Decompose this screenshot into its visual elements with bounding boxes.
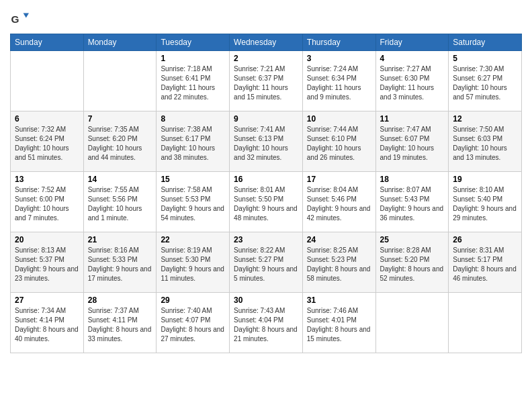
day-info: Sunrise: 7:32 AM Sunset: 6:24 PM Dayligh… — [15, 125, 79, 163]
calendar-cell — [375, 293, 449, 353]
day-info: Sunrise: 8:01 AM Sunset: 5:50 PM Dayligh… — [234, 185, 298, 223]
day-number: 16 — [234, 175, 298, 184]
header-cell: Monday — [83, 34, 157, 51]
day-info: Sunrise: 7:21 AM Sunset: 6:37 PM Dayligh… — [234, 64, 298, 102]
calendar-header: SundayMondayTuesdayWednesdayThursdayFrid… — [11, 34, 522, 51]
day-number: 7 — [88, 114, 152, 124]
calendar-week-row: 6Sunrise: 7:32 AM Sunset: 6:24 PM Daylig… — [11, 111, 522, 172]
day-info: Sunrise: 8:19 AM Sunset: 5:30 PM Dayligh… — [161, 246, 225, 283]
day-number: 24 — [307, 235, 371, 244]
day-number: 5 — [453, 54, 517, 63]
calendar-cell: 28Sunrise: 7:37 AM Sunset: 4:11 PM Dayli… — [83, 293, 157, 353]
calendar-week-row: 27Sunrise: 7:34 AM Sunset: 4:14 PM Dayli… — [11, 293, 522, 353]
calendar-body: 1Sunrise: 7:18 AM Sunset: 6:41 PM Daylig… — [11, 51, 522, 353]
day-number: 18 — [380, 175, 445, 184]
svg-marker-1 — [24, 13, 29, 18]
header-cell: Thursday — [302, 34, 375, 51]
day-number: 2 — [234, 54, 298, 63]
day-info: Sunrise: 7:52 AM Sunset: 6:00 PM Dayligh… — [15, 185, 79, 223]
day-info: Sunrise: 7:41 AM Sunset: 6:13 PM Dayligh… — [234, 125, 298, 163]
calendar-cell: 26Sunrise: 8:31 AM Sunset: 5:17 PM Dayli… — [449, 232, 522, 293]
day-info: Sunrise: 7:40 AM Sunset: 4:07 PM Dayligh… — [161, 306, 225, 344]
day-info: Sunrise: 7:38 AM Sunset: 6:17 PM Dayligh… — [161, 125, 225, 163]
day-number: 23 — [234, 235, 298, 244]
calendar-cell: 5Sunrise: 7:30 AM Sunset: 6:27 PM Daylig… — [449, 51, 522, 111]
calendar-week-row: 1Sunrise: 7:18 AM Sunset: 6:41 PM Daylig… — [11, 51, 522, 111]
day-info: Sunrise: 7:30 AM Sunset: 6:27 PM Dayligh… — [453, 64, 517, 102]
day-number: 31 — [307, 295, 371, 305]
calendar-cell — [83, 51, 157, 111]
day-info: Sunrise: 8:13 AM Sunset: 5:37 PM Dayligh… — [15, 246, 79, 283]
header-cell: Tuesday — [157, 34, 230, 51]
calendar-cell: 6Sunrise: 7:32 AM Sunset: 6:24 PM Daylig… — [11, 111, 84, 172]
calendar-cell: 19Sunrise: 8:10 AM Sunset: 5:40 PM Dayli… — [449, 172, 522, 232]
calendar-cell: 8Sunrise: 7:38 AM Sunset: 6:17 PM Daylig… — [157, 111, 230, 172]
day-number: 19 — [453, 175, 517, 184]
day-info: Sunrise: 8:16 AM Sunset: 5:33 PM Dayligh… — [88, 246, 152, 283]
day-info: Sunrise: 7:27 AM Sunset: 6:30 PM Dayligh… — [380, 64, 445, 102]
day-info: Sunrise: 7:24 AM Sunset: 6:34 PM Dayligh… — [307, 64, 371, 102]
day-number: 22 — [161, 235, 225, 244]
calendar-cell: 17Sunrise: 8:04 AM Sunset: 5:46 PM Dayli… — [302, 172, 375, 232]
day-number: 26 — [453, 235, 517, 244]
header-cell: Saturday — [449, 34, 522, 51]
day-number: 25 — [380, 235, 445, 244]
day-number: 12 — [453, 114, 517, 124]
day-number: 10 — [307, 114, 371, 124]
calendar-cell: 20Sunrise: 8:13 AM Sunset: 5:37 PM Dayli… — [11, 232, 84, 293]
day-info: Sunrise: 8:07 AM Sunset: 5:43 PM Dayligh… — [380, 185, 445, 223]
calendar-cell: 4Sunrise: 7:27 AM Sunset: 6:30 PM Daylig… — [375, 51, 449, 111]
day-info: Sunrise: 7:46 AM Sunset: 4:01 PM Dayligh… — [307, 306, 371, 344]
header-row: SundayMondayTuesdayWednesdayThursdayFrid… — [11, 34, 522, 51]
day-info: Sunrise: 7:35 AM Sunset: 6:20 PM Dayligh… — [88, 125, 152, 163]
day-number: 9 — [234, 114, 298, 124]
calendar-cell: 13Sunrise: 7:52 AM Sunset: 6:00 PM Dayli… — [11, 172, 84, 232]
header-cell: Wednesday — [230, 34, 303, 51]
day-number: 11 — [380, 114, 445, 124]
header-cell: Friday — [375, 34, 449, 51]
calendar-cell: 7Sunrise: 7:35 AM Sunset: 6:20 PM Daylig… — [83, 111, 157, 172]
calendar-cell: 2Sunrise: 7:21 AM Sunset: 6:37 PM Daylig… — [230, 51, 303, 111]
calendar-cell — [11, 51, 84, 111]
day-number: 13 — [15, 175, 79, 184]
day-number: 30 — [234, 295, 298, 305]
calendar-cell: 30Sunrise: 7:43 AM Sunset: 4:04 PM Dayli… — [230, 293, 303, 353]
calendar-table: SundayMondayTuesdayWednesdayThursdayFrid… — [10, 34, 522, 353]
calendar-cell: 11Sunrise: 7:47 AM Sunset: 6:07 PM Dayli… — [375, 111, 449, 172]
day-info: Sunrise: 8:25 AM Sunset: 5:23 PM Dayligh… — [307, 246, 371, 283]
day-info: Sunrise: 7:55 AM Sunset: 5:56 PM Dayligh… — [88, 185, 152, 223]
day-info: Sunrise: 7:43 AM Sunset: 4:04 PM Dayligh… — [234, 306, 298, 344]
day-number: 15 — [161, 175, 225, 184]
day-number: 17 — [307, 175, 371, 184]
day-number: 3 — [307, 54, 371, 63]
calendar-cell: 31Sunrise: 7:46 AM Sunset: 4:01 PM Dayli… — [302, 293, 375, 353]
calendar-cell: 10Sunrise: 7:44 AM Sunset: 6:10 PM Dayli… — [302, 111, 375, 172]
day-number: 20 — [15, 235, 79, 244]
logo-icon: G — [10, 9, 29, 28]
calendar-week-row: 20Sunrise: 8:13 AM Sunset: 5:37 PM Dayli… — [11, 232, 522, 293]
calendar-cell: 27Sunrise: 7:34 AM Sunset: 4:14 PM Dayli… — [11, 293, 84, 353]
day-number: 14 — [88, 175, 152, 184]
calendar-cell: 21Sunrise: 8:16 AM Sunset: 5:33 PM Dayli… — [83, 232, 157, 293]
header-cell: Sunday — [11, 34, 84, 51]
day-info: Sunrise: 7:18 AM Sunset: 6:41 PM Dayligh… — [161, 64, 225, 102]
calendar-cell: 14Sunrise: 7:55 AM Sunset: 5:56 PM Dayli… — [83, 172, 157, 232]
calendar-cell: 12Sunrise: 7:50 AM Sunset: 6:03 PM Dayli… — [449, 111, 522, 172]
day-info: Sunrise: 7:50 AM Sunset: 6:03 PM Dayligh… — [453, 125, 517, 163]
day-info: Sunrise: 7:44 AM Sunset: 6:10 PM Dayligh… — [307, 125, 371, 163]
svg-text:G: G — [11, 13, 19, 25]
day-number: 1 — [161, 54, 225, 63]
day-info: Sunrise: 7:47 AM Sunset: 6:07 PM Dayligh… — [380, 125, 445, 163]
day-info: Sunrise: 8:04 AM Sunset: 5:46 PM Dayligh… — [307, 185, 371, 223]
calendar-cell: 23Sunrise: 8:22 AM Sunset: 5:27 PM Dayli… — [230, 232, 303, 293]
calendar-week-row: 13Sunrise: 7:52 AM Sunset: 6:00 PM Dayli… — [11, 172, 522, 232]
day-info: Sunrise: 8:10 AM Sunset: 5:40 PM Dayligh… — [453, 185, 517, 223]
day-info: Sunrise: 8:28 AM Sunset: 5:20 PM Dayligh… — [380, 246, 445, 283]
day-number: 8 — [161, 114, 225, 124]
calendar-cell: 1Sunrise: 7:18 AM Sunset: 6:41 PM Daylig… — [157, 51, 230, 111]
day-number: 29 — [161, 295, 225, 305]
day-number: 4 — [380, 54, 445, 63]
calendar-cell: 24Sunrise: 8:25 AM Sunset: 5:23 PM Dayli… — [302, 232, 375, 293]
day-info: Sunrise: 7:58 AM Sunset: 5:53 PM Dayligh… — [161, 185, 225, 223]
calendar-cell: 22Sunrise: 8:19 AM Sunset: 5:30 PM Dayli… — [157, 232, 230, 293]
